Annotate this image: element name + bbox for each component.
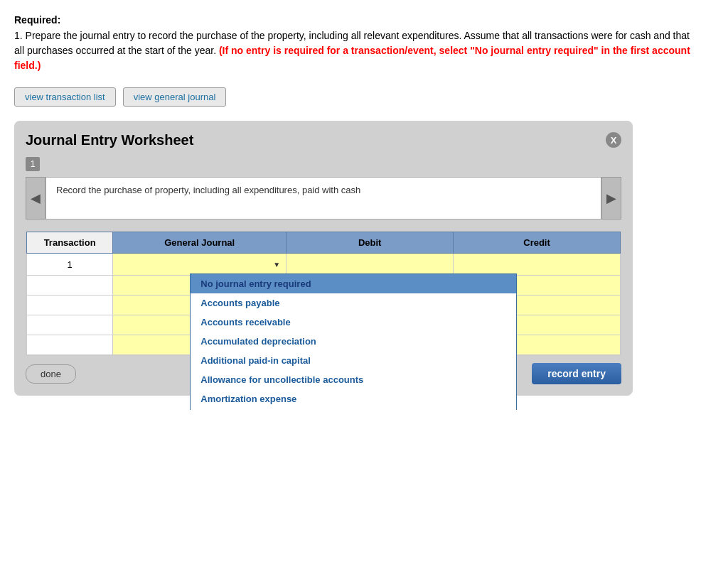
dropdown-item-amortization-expense[interactable]: Amortization expense [191,389,516,408]
record-entry-button[interactable]: record entry [532,363,621,384]
required-text: 1. Prepare the journal entry to record t… [14,28,697,73]
journal-table-wrapper: Transaction General Journal Debit Credit… [26,231,621,356]
dropdown-item-no-entry[interactable]: No journal entry required [191,274,516,293]
dropdown-item-additional-paid-in-capital[interactable]: Additional paid-in capital [191,351,516,370]
required-section: Required: 1. Prepare the journal entry t… [14,14,697,73]
debit-input-1[interactable] [291,259,449,270]
col-general-journal: General Journal [113,232,287,254]
dropdown-arrow-1: ▼ [273,261,280,269]
view-transaction-list-button[interactable]: view transaction list [14,87,116,107]
worksheet-header: Journal Entry Worksheet X [26,132,621,148]
transaction-number-cell-2 [27,276,113,296]
account-dropdown: No journal entry required Accounts payab… [190,273,517,410]
transaction-number-cell-3 [27,296,113,315]
dropdown-item-accounts-receivable[interactable]: Accounts receivable [191,313,516,332]
prev-nav-button[interactable]: ◀ [26,177,46,220]
table-row: 1 ▼ No journal entry required Accounts p… [27,254,621,276]
dropdown-item-accumulated-depreciation[interactable]: Accumulated depreciation [191,332,516,351]
account-cell-1: ▼ No journal entry required Accounts pay… [113,254,287,276]
journal-entry-worksheet: Journal Entry Worksheet X 1 ◀ Record the… [14,121,633,396]
transaction-badge: 1 [26,157,40,171]
debit-cell-1[interactable] [287,254,454,276]
col-transaction: Transaction [27,232,113,254]
transaction-number-cell-5 [27,335,113,355]
dropdown-item-allowance-uncollectible[interactable]: Allowance for uncollectible accounts [191,370,516,389]
description-row: ◀ Record the purchase of property, inclu… [26,177,621,220]
journal-table: Transaction General Journal Debit Credit… [26,232,621,355]
top-buttons: view transaction list view general journ… [14,87,714,107]
dropdown-item-accounts-payable[interactable]: Accounts payable [191,293,516,313]
credit-cell-1[interactable] [454,254,621,276]
required-title: Required: [14,14,697,26]
worksheet-title: Journal Entry Worksheet [26,132,193,148]
transaction-number-cell: 1 [27,254,113,276]
col-debit: Debit [287,232,454,254]
transaction-number-cell-4 [27,315,113,335]
account-input-1[interactable] [117,256,282,272]
dropdown-item-building[interactable]: Building [191,408,516,410]
account-select-wrapper-1: ▼ [117,256,282,272]
col-credit: Credit [454,232,621,254]
done-button[interactable]: done [26,364,76,384]
credit-input-1[interactable] [458,259,616,270]
close-button[interactable]: X [606,132,621,148]
description-box: Record the purchase of property, includi… [46,177,601,220]
view-general-journal-button[interactable]: view general journal [123,87,227,107]
next-nav-button[interactable]: ▶ [601,177,621,220]
